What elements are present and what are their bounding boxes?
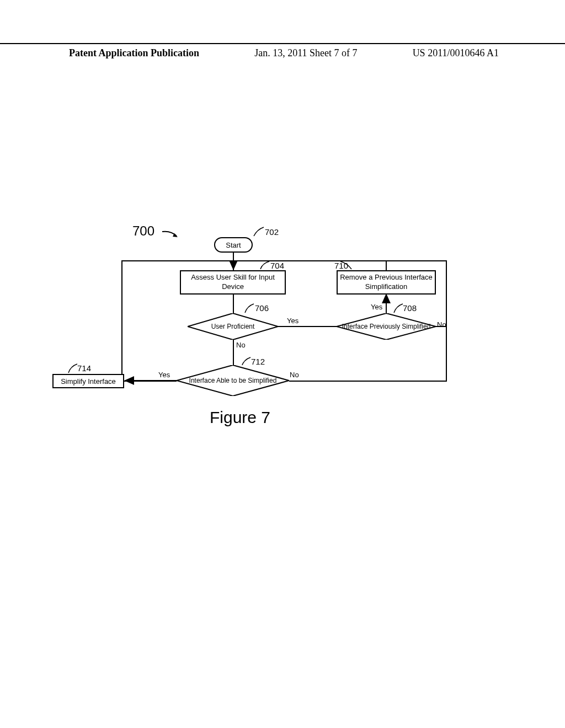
ref-704: 704 xyxy=(270,261,284,270)
simplify-label: Simplify Interface xyxy=(61,377,116,386)
start-label: Start xyxy=(226,241,241,249)
decision-706: User Proficient xyxy=(188,313,278,340)
edge-708-no: No xyxy=(437,320,446,329)
ref-712: 712 xyxy=(251,357,265,366)
ref-700: 700 xyxy=(132,223,154,239)
assess-label: Assess User Skill for Input Device xyxy=(181,273,285,292)
decision-712: Interface Able to be Simplified xyxy=(177,365,289,396)
publication-type: Patent Application Publication xyxy=(69,47,199,59)
edge-712-no: No xyxy=(290,371,299,379)
date-sheet: Jan. 13, 2011 Sheet 7 of 7 xyxy=(254,47,357,59)
start-node: Start xyxy=(214,237,253,253)
simplify-node: Simplify Interface xyxy=(52,374,124,388)
ref-706: 706 xyxy=(255,303,269,313)
assess-node: Assess User Skill for Input Device xyxy=(180,270,286,295)
d712-label: Interface Able to be Simplified xyxy=(189,377,277,384)
page-header: Patent Application Publication Jan. 13, … xyxy=(0,43,565,59)
remove-node: Remove a Previous Interface Simplificati… xyxy=(337,270,436,295)
edge-712-yes: Yes xyxy=(158,371,170,379)
decision-708: Interface Previously Simplified xyxy=(337,313,436,340)
d708-label: Interface Previously Simplified xyxy=(342,323,431,330)
edge-706-yes: Yes xyxy=(287,317,299,325)
figure-caption: Figure 7 xyxy=(210,408,270,427)
patent-number: US 2011/0010646 A1 xyxy=(413,47,499,59)
remove-label: Remove a Previous Interface Simplificati… xyxy=(338,273,435,292)
ref-710: 710 xyxy=(334,261,348,270)
d706-label: User Proficient xyxy=(211,323,255,330)
edge-708-yes: Yes xyxy=(371,303,382,311)
edge-706-no: No xyxy=(236,341,246,349)
loop-frame-bottom-left xyxy=(121,381,177,382)
ref-714: 714 xyxy=(77,363,91,373)
ref-702: 702 xyxy=(265,227,279,237)
ref-708: 708 xyxy=(403,303,417,313)
loop-frame-bottom-right xyxy=(289,381,447,382)
flowchart-diagram: 700 Start 702 Assess User Skill for Inpu… xyxy=(0,221,565,458)
